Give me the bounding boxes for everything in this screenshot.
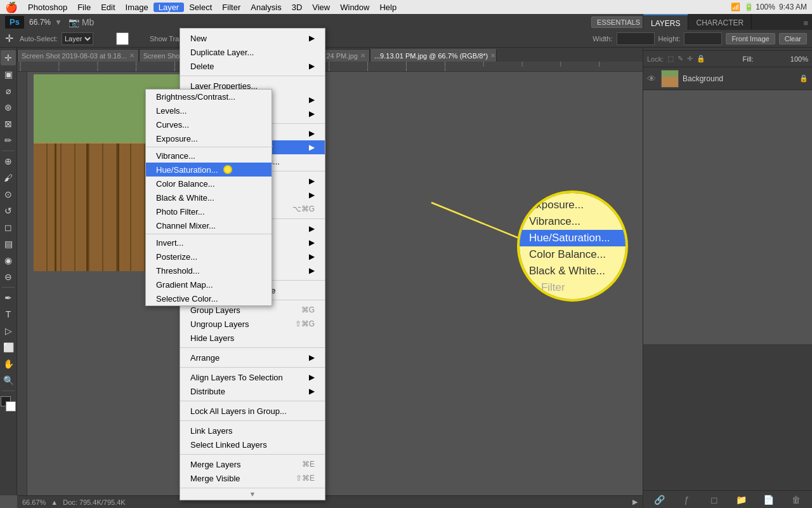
menu-merge-layers[interactable]: Merge Layers ⌘E xyxy=(180,457,325,471)
delete-layer-btn[interactable]: 🗑 xyxy=(787,492,805,507)
eraser-tool[interactable]: ◻ xyxy=(1,220,16,235)
tab-1-close[interactable]: ✕ xyxy=(129,52,134,59)
tab-bar: Screen Shot 2019-08-03 at 9.18... ✕ Scre… xyxy=(17,48,643,62)
menu-new[interactable]: New ▶ xyxy=(180,31,325,45)
tab-5[interactable]: ...9.13.01 PM.jpg @ 66.7% (RGB/8*) ✕ xyxy=(370,49,497,62)
menu-duplicate[interactable]: Duplicate Layer... xyxy=(180,45,325,59)
submenu-invert[interactable]: Invert... xyxy=(146,236,272,250)
wifi-icon: 📶 xyxy=(731,3,740,11)
crop-tool[interactable]: ⊠ xyxy=(1,116,16,131)
canvas-arrow-btn[interactable]: ▶ xyxy=(632,498,638,506)
pen-tool[interactable]: ✒ xyxy=(1,290,16,305)
menu-delete[interactable]: Delete ▶ xyxy=(180,59,325,73)
layer-visibility-icon[interactable]: 👁 xyxy=(647,74,657,84)
submenu-hue-saturation[interactable]: Hue/Saturation... xyxy=(146,163,272,177)
link-layers-btn[interactable]: 🔗 xyxy=(651,492,669,507)
add-mask-btn[interactable]: ◻ xyxy=(705,492,723,507)
submenu-posterize[interactable]: Posterize... xyxy=(146,250,272,264)
submenu-color-balance[interactable]: Color Balance... xyxy=(146,177,272,190)
fence-post-1 xyxy=(55,144,56,272)
menubar-view[interactable]: View xyxy=(307,3,335,12)
menu-link-layers[interactable]: Link Layers xyxy=(180,424,325,438)
menubar-3d[interactable]: 3D xyxy=(287,3,308,12)
menubar-layer[interactable]: Layer xyxy=(154,3,185,12)
menu-ungroup-layers[interactable]: Ungroup Layers ⇧⌘G xyxy=(180,317,325,331)
menu-align-layers[interactable]: Align Layers To Selection ▶ xyxy=(180,370,325,384)
submenu-photo-filter[interactable]: Photo Filter... xyxy=(146,204,272,218)
menu-scroll-down[interactable]: ▼ xyxy=(180,488,325,500)
menu-lock-all-layers[interactable]: Lock All Layers in Group... xyxy=(180,404,325,418)
submenu-curves[interactable]: Curves... xyxy=(146,117,272,131)
submenu-vibrance[interactable]: Vibrance... xyxy=(146,149,272,163)
menu-merge-visible[interactable]: Merge Visible ⇧⌘E xyxy=(180,471,325,485)
menu-hide-layers-label: Hide Layers xyxy=(190,333,234,343)
menubar-window[interactable]: Window xyxy=(335,3,374,12)
submenu-threshold[interactable]: Threshold... xyxy=(146,264,272,277)
menu-ungroup-layers-label: Ungroup Layers xyxy=(190,319,249,329)
hand-tool[interactable]: ✋ xyxy=(1,356,16,371)
menubar-select[interactable]: Select xyxy=(184,3,217,12)
apple-icon[interactable]: 🍎 xyxy=(5,1,18,13)
workspace-essentials[interactable]: ESSENTIALS xyxy=(591,17,646,28)
submenu-gradient-map[interactable]: Gradient Map... xyxy=(146,277,272,291)
menu-hide-layers[interactable]: Hide Layers xyxy=(180,331,325,345)
path-tool[interactable]: ▷ xyxy=(1,323,16,338)
layers-tab[interactable]: LAYERS xyxy=(643,14,688,32)
character-tab[interactable]: CHARACTER xyxy=(688,14,752,32)
tab-4-close[interactable]: ✕ xyxy=(360,52,365,59)
quick-select-tool[interactable]: ⊛ xyxy=(1,100,16,115)
eyedropper-tool[interactable]: ✏ xyxy=(1,133,16,148)
lock-pos-icon[interactable]: ✎ xyxy=(678,55,683,63)
blur-tool[interactable]: ◉ xyxy=(1,253,16,268)
submenu-channel-mixer[interactable]: Channel Mixer... xyxy=(146,218,272,232)
move-tool[interactable]: ✛ xyxy=(1,50,16,65)
healing-tool[interactable]: ⊕ xyxy=(1,154,16,169)
menubar-file[interactable]: File xyxy=(72,3,96,12)
status-bar: 66.67% ▲ Doc: 795.4K/795.4K ▶ xyxy=(17,495,643,508)
menu-group-layers-label: Group Layers xyxy=(190,305,240,315)
menubar-photoshop[interactable]: Photoshop xyxy=(23,3,72,12)
tab-5-close[interactable]: ✕ xyxy=(490,52,495,59)
clone-tool[interactable]: ⊙ xyxy=(1,187,16,202)
type-tool[interactable]: T xyxy=(1,307,16,322)
dodge-tool[interactable]: ⊖ xyxy=(1,269,16,284)
menubar-edit[interactable]: Edit xyxy=(96,3,120,12)
panel-menu-icon[interactable]: ≡ xyxy=(799,18,812,28)
submenu-brightness[interactable]: Brightness/Contrast... xyxy=(146,90,272,104)
lock-pixel-icon[interactable]: ⬚ xyxy=(667,55,674,63)
marquee-tool[interactable]: ▣ xyxy=(1,67,16,82)
lock-move-icon[interactable]: ✛ xyxy=(687,55,693,63)
create-group-btn[interactable]: 📁 xyxy=(733,492,750,507)
create-layer-btn[interactable]: 📄 xyxy=(760,492,778,507)
brush-tool[interactable]: 🖌 xyxy=(1,170,16,185)
move-tool-icon[interactable]: ✛ xyxy=(5,32,13,44)
menu-arrange[interactable]: Arrange ▶ xyxy=(180,351,325,364)
show-transform-checkbox[interactable] xyxy=(97,32,148,45)
lasso-tool[interactable]: ⌀ xyxy=(1,83,16,98)
layer-background[interactable]: 👁 Background 🔒 xyxy=(643,67,812,90)
submenu-exposure[interactable]: Exposure... xyxy=(146,131,272,145)
auto-select-dropdown[interactable]: Layer xyxy=(62,32,93,45)
menubar-analysis[interactable]: Analysis xyxy=(246,3,286,12)
zoom-tool[interactable]: 🔍 xyxy=(1,373,16,388)
shape-tool[interactable]: ⬜ xyxy=(1,340,16,355)
add-style-btn[interactable]: ƒ xyxy=(678,492,696,507)
clear-button[interactable]: Clear xyxy=(779,33,807,44)
menu-select-linked[interactable]: Select Linked Layers xyxy=(180,438,325,451)
lock-all-icon[interactable]: 🔒 xyxy=(697,55,705,63)
submenu-levels[interactable]: Levels... xyxy=(146,104,272,117)
foreground-background-colors[interactable] xyxy=(1,396,16,411)
submenu-selective-color[interactable]: Selective Color... xyxy=(146,291,272,305)
menubar-image[interactable]: Image xyxy=(121,3,154,12)
menubar-help[interactable]: Help xyxy=(374,3,402,12)
tab-1[interactable]: Screen Shot 2019-08-03 at 9.18... ✕ xyxy=(17,49,139,62)
menu-distribute[interactable]: Distribute ▶ xyxy=(180,384,325,398)
submenu-black-white[interactable]: Black & White... xyxy=(146,190,272,204)
front-image-button[interactable]: Front Image xyxy=(726,33,775,44)
menubar-filter[interactable]: Filter xyxy=(217,3,246,12)
height-input[interactable] xyxy=(684,32,722,45)
gradient-tool[interactable]: ▤ xyxy=(1,236,16,251)
width-input[interactable] xyxy=(617,32,655,45)
history-tool[interactable]: ↺ xyxy=(1,203,16,218)
background-color[interactable] xyxy=(6,401,16,411)
